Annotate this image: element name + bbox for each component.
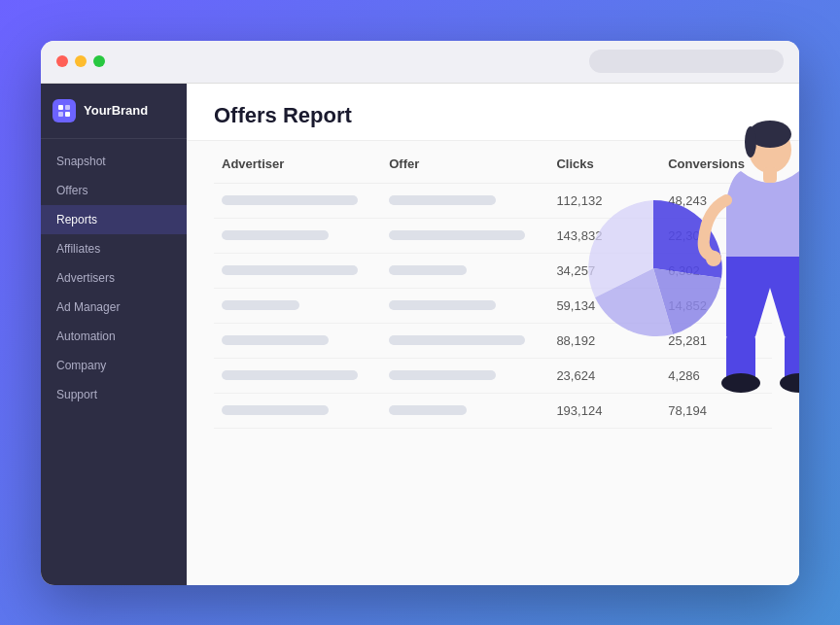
sidebar-item-advertisers[interactable]: Advertisers [41,263,187,293]
clicks-cell: 112,132 [548,183,660,218]
traffic-lights [56,55,105,67]
minimize-button[interactable] [75,55,87,67]
offer-placeholder [389,195,496,205]
clicks-cell: 143,832 [548,218,660,253]
sidebar-nav: Snapshot Offers Reports Affiliates Adver… [41,139,187,417]
sidebar-item-admanager[interactable]: Ad Manager [41,293,187,322]
advertiser-placeholder [222,335,329,345]
table-container: Advertiser Offer Clicks Conversions 112,… [187,141,799,429]
conversions-cell: 6,302 [660,253,772,288]
conversions-cell: 48,243 [660,183,772,218]
advertiser-placeholder [222,370,358,380]
address-bar[interactable] [589,50,784,73]
sidebar-item-offers[interactable]: Offers [41,176,187,205]
table-row: 112,132 48,243 [214,183,772,218]
clicks-cell: 23,624 [548,358,660,393]
table-row: 143,832 22,304 [214,218,772,253]
clicks-cell: 34,257 [548,253,660,288]
svg-rect-2 [58,112,63,117]
col-header-clicks: Clicks [548,145,660,184]
offer-placeholder [389,300,496,310]
conversions-cell: 4,286 [660,358,772,393]
table-row: 23,624 4,286 [214,358,772,393]
browser-chrome [41,41,799,84]
sidebar-item-automation[interactable]: Automation [41,322,187,351]
table-row: 88,192 25,281 [214,323,772,358]
advertiser-placeholder [222,195,358,205]
svg-rect-0 [58,105,63,110]
main-content: Offers Report Advertiser Offer Clicks Co… [187,84,799,585]
table-row: 59,134 14,852 [214,288,772,323]
conversions-cell: 78,194 [660,393,772,428]
svg-rect-3 [65,112,70,117]
table-row: 34,257 6,302 [214,253,772,288]
page-title: Offers Report [214,103,772,128]
table-row: 193,124 78,194 [214,393,772,428]
advertiser-placeholder [222,405,329,415]
offer-placeholder [389,405,467,415]
clicks-cell: 59,134 [548,288,660,323]
app-layout: YourBrand Snapshot Offers Reports Affili… [41,84,799,585]
offer-placeholder [389,370,496,380]
sidebar-header: YourBrand [41,84,187,139]
offer-placeholder [389,230,525,240]
col-header-advertiser: Advertiser [214,145,381,184]
table-body: 112,132 48,243 143,832 22,304 34 [214,183,772,428]
close-button[interactable] [56,55,68,67]
browser-window: YourBrand Snapshot Offers Reports Affili… [41,41,799,585]
col-header-offer: Offer [381,145,548,184]
offer-placeholder [389,265,467,275]
advertiser-placeholder [222,300,299,310]
svg-rect-1 [65,105,70,110]
sidebar-item-snapshot[interactable]: Snapshot [41,147,187,176]
conversions-cell: 25,281 [660,323,772,358]
main-header: Offers Report [187,84,799,141]
sidebar-item-support[interactable]: Support [41,380,187,409]
clicks-cell: 88,192 [548,323,660,358]
data-table: Advertiser Offer Clicks Conversions 112,… [214,145,772,429]
brand-name: YourBrand [84,103,148,118]
sidebar: YourBrand Snapshot Offers Reports Affili… [41,84,187,585]
clicks-cell: 193,124 [548,393,660,428]
table-header: Advertiser Offer Clicks Conversions [214,145,772,184]
sidebar-item-company[interactable]: Company [41,351,187,380]
offer-placeholder [389,335,525,345]
advertiser-placeholder [222,230,329,240]
maximize-button[interactable] [93,55,105,67]
sidebar-item-affiliates[interactable]: Affiliates [41,234,187,263]
brand-icon [52,99,76,122]
col-header-conversions: Conversions [660,145,772,184]
conversions-cell: 22,304 [660,218,772,253]
advertiser-placeholder [222,265,358,275]
sidebar-item-reports[interactable]: Reports [41,205,187,234]
conversions-cell: 14,852 [660,288,772,323]
